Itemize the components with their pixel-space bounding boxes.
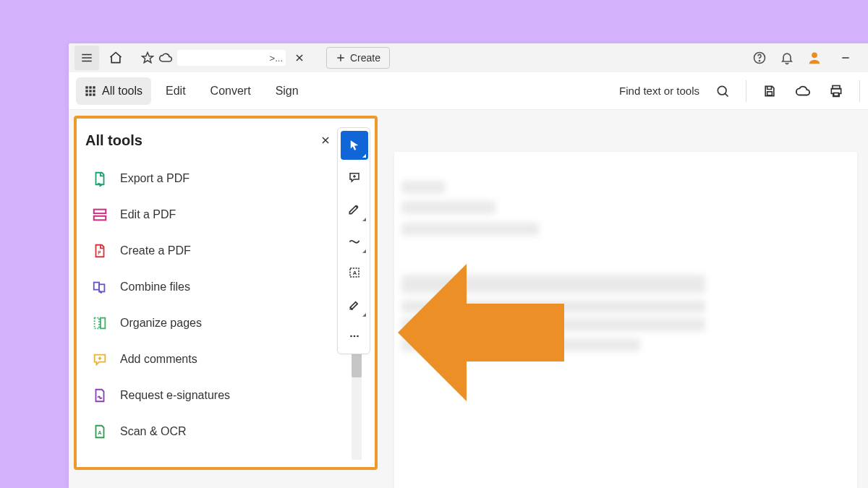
svg-rect-13 (89, 86, 91, 88)
svg-point-43 (354, 335, 356, 338)
scan-ocr-icon: A (91, 423, 109, 440)
tool-label: Scan & OCR (120, 425, 187, 438)
document-page[interactable] (394, 152, 857, 488)
document-tab[interactable]: >... (135, 46, 315, 70)
close-icon (320, 135, 331, 145)
titlebar: >... Create (69, 43, 868, 72)
draw-freehand-icon (347, 234, 362, 248)
app-window: >... Create (69, 43, 868, 488)
tool-edit-pdf[interactable]: Edit a PDF (88, 197, 346, 233)
combine-files-icon (91, 278, 109, 296)
quick-tool-text-select[interactable]: A (341, 258, 368, 287)
help-button[interactable] (747, 46, 772, 70)
panel-header: All tools (77, 119, 349, 156)
svg-rect-25 (834, 93, 839, 95)
hamburger-menu-button[interactable] (75, 46, 99, 70)
export-pdf-icon (91, 170, 109, 187)
save-button[interactable] (755, 77, 784, 106)
quick-tool-highlight[interactable] (341, 194, 368, 223)
tool-label: Organize pages (120, 317, 202, 330)
hamburger-icon (80, 51, 93, 64)
svg-text:A: A (98, 429, 102, 436)
tool-export-pdf[interactable]: Export a PDF (88, 160, 346, 197)
edit-pdf-icon (91, 206, 109, 223)
grid-icon (85, 85, 96, 97)
esignature-icon (91, 387, 109, 404)
tool-combine-files[interactable]: Combine files (88, 269, 346, 305)
svg-point-44 (357, 335, 359, 338)
tool-organize-pages[interactable]: Organize pages (88, 305, 346, 341)
svg-line-22 (725, 93, 728, 96)
menu-sign[interactable]: Sign (265, 77, 309, 105)
bell-icon (780, 51, 794, 65)
print-button[interactable] (822, 77, 851, 106)
svg-point-9 (760, 61, 760, 61)
create-button-label: Create (350, 52, 380, 64)
svg-marker-3 (142, 53, 153, 63)
search-icon (715, 84, 730, 98)
svg-rect-20 (93, 93, 95, 95)
titlebar-right (747, 43, 866, 72)
tool-list: Export a PDF Edit a PDF P Create a PDF (77, 156, 349, 450)
star-outline-icon (141, 51, 154, 64)
cloud-icon (795, 83, 811, 99)
tool-create-pdf[interactable]: P Create a PDF (88, 233, 346, 269)
search-button[interactable] (708, 77, 737, 106)
menu-convert[interactable]: Convert (200, 77, 261, 105)
tool-request-esignatures[interactable]: Request e-signatures (88, 377, 346, 414)
svg-rect-29 (94, 216, 106, 221)
menubar: All tools Edit Convert Sign Find text or… (69, 72, 868, 110)
all-tools-toggle[interactable]: All tools (76, 77, 151, 105)
menu-edit[interactable]: Edit (156, 77, 196, 105)
tool-label: Export a PDF (120, 172, 190, 185)
minimize-icon (841, 53, 851, 63)
home-icon (109, 51, 123, 65)
cloud-icon (158, 51, 173, 65)
svg-rect-23 (767, 91, 773, 95)
tab-title: >... (177, 50, 286, 66)
select-text-box-icon: A (348, 266, 361, 279)
quick-tools-strip: A (337, 127, 370, 354)
quick-tool-draw[interactable] (341, 226, 368, 255)
svg-point-10 (812, 52, 817, 58)
minimize-window-button[interactable] (830, 43, 861, 72)
quick-tool-more[interactable] (341, 322, 368, 351)
svg-rect-12 (85, 86, 88, 88)
quick-tool-select[interactable] (341, 131, 368, 160)
add-comments-icon (91, 351, 109, 368)
save-icon (762, 84, 777, 98)
print-icon (829, 84, 843, 98)
svg-rect-14 (93, 86, 95, 88)
separator (746, 80, 746, 102)
svg-rect-16 (89, 90, 91, 92)
quick-tool-comment[interactable] (341, 163, 368, 192)
find-text-label[interactable]: Find text or tools (619, 85, 699, 97)
plus-icon (336, 53, 346, 63)
all-tools-panel: All tools Export a PDF Edit a PDF (74, 116, 378, 470)
quick-tool-sign[interactable] (341, 290, 368, 319)
tool-label: Edit a PDF (120, 208, 176, 221)
tool-scan-ocr[interactable]: A Scan & OCR (88, 414, 346, 450)
home-button[interactable] (103, 46, 128, 70)
tool-add-comments[interactable]: Add comments (88, 341, 346, 377)
svg-rect-15 (85, 90, 88, 92)
highlight-tool-icon (347, 202, 362, 216)
help-icon (752, 51, 767, 65)
create-button[interactable]: Create (326, 47, 390, 69)
comment-tool-icon (348, 171, 361, 184)
close-tab-button[interactable] (290, 48, 309, 67)
svg-rect-34 (101, 318, 105, 329)
organize-pages-icon (91, 314, 109, 332)
svg-text:A: A (353, 270, 357, 276)
more-tools-icon (348, 330, 361, 343)
svg-rect-19 (89, 93, 91, 95)
profile-button[interactable] (802, 46, 827, 70)
close-icon (294, 53, 305, 63)
svg-point-21 (718, 86, 726, 95)
tool-label: Combine files (120, 281, 190, 294)
tool-label: Request e-signatures (120, 389, 230, 402)
cloud-save-button[interactable] (788, 77, 817, 106)
notifications-button[interactable] (775, 46, 799, 70)
close-panel-button[interactable] (315, 130, 336, 150)
svg-rect-17 (93, 90, 95, 92)
